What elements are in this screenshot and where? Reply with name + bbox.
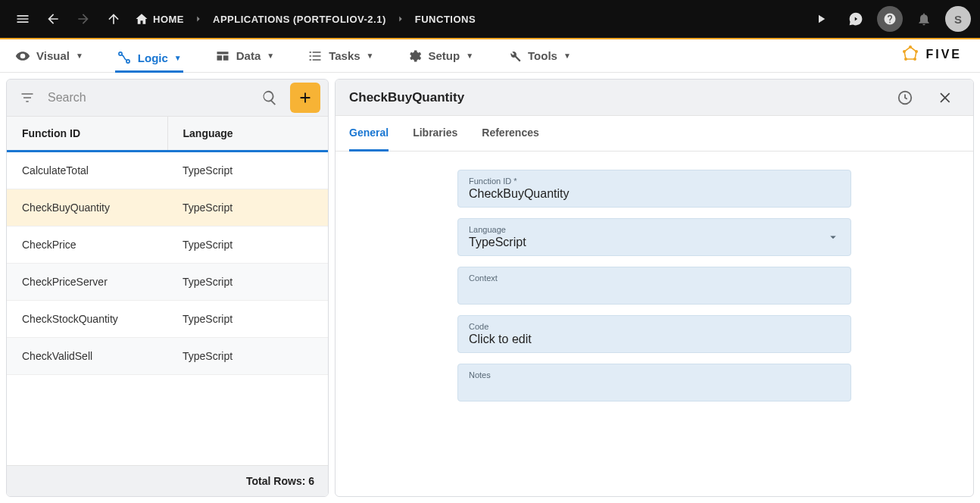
- user-avatar[interactable]: S: [945, 6, 971, 32]
- function-detail-panel: CheckBuyQuantity General Libraries Refer…: [335, 79, 974, 497]
- menu-icon[interactable]: [9, 5, 36, 33]
- col-function-id[interactable]: Function ID: [7, 117, 168, 150]
- nav-visual[interactable]: Visual▼: [14, 45, 85, 67]
- function-id-field[interactable]: Function ID * CheckBuyQuantity: [457, 170, 851, 208]
- tab-references[interactable]: References: [482, 116, 539, 151]
- cell-function-id: CheckBuyQuantity: [7, 189, 167, 226]
- cell-language: TypeScript: [167, 189, 328, 226]
- main-nav: Visual▼ Logic▼ Data▼ Tasks▼ Setup▼ Tools…: [0, 39, 980, 73]
- table-footer: Total Rows: 6: [7, 465, 328, 496]
- breadcrumb: HOME APPLICATIONS (PORTFOLIOV-2.1) FUNCT…: [135, 12, 476, 26]
- gear-icon: [407, 48, 422, 64]
- chevron-right-icon: [392, 14, 409, 24]
- history-icon[interactable]: [891, 84, 919, 111]
- back-icon[interactable]: [39, 5, 67, 33]
- tab-libraries[interactable]: Libraries: [413, 116, 457, 151]
- code-field[interactable]: Code Click to edit: [457, 315, 851, 353]
- breadcrumb-home[interactable]: HOME: [135, 12, 184, 26]
- cell-function-id: CheckValidSell: [7, 338, 167, 374]
- breadcrumb-home-label: HOME: [153, 14, 184, 25]
- svg-point-1: [126, 60, 130, 63]
- cell-function-id: CalculateTotal: [7, 152, 167, 189]
- table-header: Function ID Language: [7, 117, 328, 152]
- cell-language: TypeScript: [167, 227, 328, 263]
- chevron-right-icon: [190, 14, 207, 24]
- language-field[interactable]: Language TypeScript: [457, 218, 851, 256]
- breadcrumb-functions[interactable]: FUNCTIONS: [415, 14, 476, 25]
- table-row[interactable]: CheckBuyQuantityTypeScript: [7, 189, 328, 227]
- table-row[interactable]: CheckPriceServerTypeScript: [7, 264, 328, 301]
- logic-icon: [117, 50, 132, 65]
- cell-function-id: CheckPrice: [7, 227, 167, 263]
- functions-list-panel: Function ID Language CalculateTotalTypeS…: [6, 79, 329, 497]
- filter-icon[interactable]: [14, 85, 40, 111]
- cell-language: TypeScript: [167, 264, 328, 300]
- chevron-down-icon: [826, 230, 840, 244]
- up-icon[interactable]: [100, 5, 127, 33]
- brand-logo-icon: [901, 45, 919, 64]
- table-row[interactable]: CheckValidSellTypeScript: [7, 338, 328, 375]
- notes-field[interactable]: Notes: [457, 364, 851, 401]
- top-bar: HOME APPLICATIONS (PORTFOLIOV-2.1) FUNCT…: [0, 0, 980, 38]
- context-field[interactable]: Context: [457, 267, 851, 305]
- col-language[interactable]: Language: [168, 117, 329, 150]
- brand-text: FIVE: [925, 48, 962, 61]
- nav-tools[interactable]: Tools▼: [505, 45, 573, 67]
- svg-point-6: [904, 58, 907, 61]
- feedback-icon[interactable]: [842, 5, 869, 33]
- nav-data[interactable]: Data▼: [214, 45, 276, 67]
- cell-function-id: CheckPriceServer: [7, 264, 167, 300]
- svg-point-7: [903, 50, 906, 53]
- cell-function-id: CheckStockQuantity: [7, 301, 167, 337]
- table-row[interactable]: CheckStockQuantityTypeScript: [7, 301, 328, 338]
- close-icon[interactable]: [932, 84, 960, 111]
- table-row[interactable]: CheckPriceTypeScript: [7, 227, 328, 264]
- detail-form: Function ID * CheckBuyQuantity Language …: [336, 152, 973, 420]
- table-body: CalculateTotalTypeScriptCheckBuyQuantity…: [7, 152, 328, 465]
- notifications-icon[interactable]: [910, 5, 938, 33]
- svg-point-0: [119, 52, 122, 55]
- tasks-icon: [307, 48, 323, 64]
- workspace: Function ID Language CalculateTotalTypeS…: [0, 73, 980, 503]
- svg-marker-2: [904, 47, 916, 59]
- cell-language: TypeScript: [167, 301, 328, 337]
- tools-icon: [507, 48, 522, 64]
- search-input[interactable]: [48, 91, 249, 105]
- svg-point-3: [909, 45, 912, 48]
- eye-icon: [15, 48, 30, 64]
- plus-icon: [297, 89, 314, 106]
- nav-logic[interactable]: Logic▼: [115, 47, 183, 73]
- search-icon[interactable]: [257, 85, 282, 111]
- table-icon: [215, 48, 230, 64]
- play-icon[interactable]: [807, 5, 835, 33]
- brand-logo-container: FIVE: [901, 45, 962, 64]
- svg-point-4: [915, 50, 918, 53]
- breadcrumb-applications[interactable]: APPLICATIONS (PORTFOLIOV-2.1): [213, 14, 386, 25]
- help-icon[interactable]: [877, 6, 903, 32]
- functions-table: Function ID Language CalculateTotalTypeS…: [7, 116, 328, 496]
- nav-tasks[interactable]: Tasks▼: [306, 45, 375, 67]
- cell-language: TypeScript: [167, 152, 328, 189]
- detail-header: CheckBuyQuantity: [336, 80, 973, 116]
- nav-setup[interactable]: Setup▼: [405, 45, 475, 67]
- detail-title: CheckBuyQuantity: [349, 90, 464, 105]
- svg-point-5: [913, 58, 916, 61]
- cell-language: TypeScript: [167, 338, 328, 374]
- detail-tabs: General Libraries References: [336, 116, 973, 152]
- forward-icon: [70, 5, 97, 33]
- table-row[interactable]: CalculateTotalTypeScript: [7, 152, 328, 189]
- tab-general[interactable]: General: [349, 116, 389, 152]
- add-button[interactable]: [290, 83, 320, 113]
- home-icon: [135, 12, 148, 26]
- list-toolbar: [7, 80, 328, 116]
